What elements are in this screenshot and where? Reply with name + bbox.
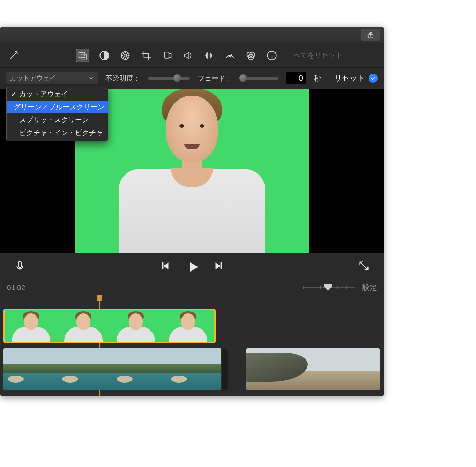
prev-button[interactable]	[159, 260, 171, 272]
volume-button[interactable]	[182, 50, 194, 61]
svg-rect-13	[162, 262, 163, 269]
timeline-header: 01:02 設定	[0, 279, 384, 296]
clip-thumbnail	[3, 348, 58, 390]
imovie-window: ˜べてをリセット カットアウェイ 不透明度： フェード： 0 秒 リセット	[0, 27, 384, 396]
share-icon	[367, 31, 374, 39]
microphone-icon	[14, 260, 26, 272]
opacity-slider[interactable]	[148, 77, 190, 80]
stabilization-button[interactable]	[161, 50, 173, 61]
fade-slider-knob[interactable]	[239, 74, 247, 82]
video-overlay-button[interactable]	[76, 49, 89, 62]
overlay-mode-option[interactable]: ✓カットアウェイ	[7, 88, 108, 101]
svg-rect-14	[221, 262, 222, 269]
fullscreen-button[interactable]	[358, 260, 370, 272]
clip-thumbnail	[112, 348, 167, 390]
overlay-controls-row: カットアウェイ 不透明度： フェード： 0 秒 リセット ✓カットアウェイグリー…	[0, 68, 384, 89]
clip-thumbnail	[58, 348, 112, 390]
noise-eq-button[interactable]	[203, 50, 215, 61]
fade-slider[interactable]	[240, 77, 278, 80]
timeline[interactable]	[0, 296, 384, 396]
fade-label: フェード：	[198, 74, 232, 83]
filters-button[interactable]	[245, 50, 257, 61]
next-button[interactable]	[213, 260, 224, 272]
clip-thumbnail	[57, 310, 110, 342]
overlay-mode-dropdown[interactable]: ✓カットアウェイグリーン／ブルースクリーンスプリットスクリーンピクチャ・イン・ピ…	[6, 86, 108, 141]
primary-clip[interactable]	[3, 348, 221, 390]
svg-rect-2	[81, 54, 87, 59]
playback-bar	[0, 253, 384, 279]
share-button[interactable]	[361, 29, 380, 41]
skip-back-icon	[159, 260, 171, 272]
info-button[interactable]	[266, 50, 278, 61]
svg-rect-1	[79, 52, 85, 57]
preview-subject	[108, 89, 276, 253]
color-correction-button[interactable]	[119, 50, 131, 61]
zoom-slider-knob[interactable]	[324, 284, 332, 291]
overlay-mode-option[interactable]: グリーン／ブルースクリーン	[7, 101, 108, 113]
clip-gap-handle[interactable]	[222, 348, 228, 390]
overlay-mode-option[interactable]: ピクチャ・イン・ピクチャ	[7, 126, 108, 139]
fade-value[interactable]: 0	[286, 72, 306, 84]
overlay-reset-label[interactable]: リセット	[334, 73, 365, 83]
overlay-mode-select[interactable]: カットアウェイ	[6, 72, 98, 84]
color-balance-button[interactable]	[98, 50, 110, 61]
chevron-down-icon	[88, 75, 94, 81]
overlay-mode-option-label: グリーン／ブルースクリーン	[14, 102, 104, 112]
play-button[interactable]	[186, 260, 198, 272]
magic-wand-button[interactable]	[8, 50, 20, 61]
play-icon	[186, 260, 200, 274]
overlay-mode-option-label: ピクチャ・イン・ピクチャ	[19, 128, 103, 138]
clip-thumbnail	[5, 310, 57, 342]
speed-button[interactable]	[224, 50, 236, 61]
svg-point-7	[229, 55, 231, 57]
check-icon: ✓	[11, 90, 16, 98]
clip-thumbnail	[167, 348, 221, 390]
timeline-settings-button[interactable]: 設定	[362, 283, 377, 292]
fade-unit: 秒	[314, 74, 321, 83]
overlay-clip[interactable]	[3, 309, 216, 343]
overlay-mode-option[interactable]: スプリットスクリーン	[7, 113, 108, 126]
check-icon	[370, 75, 376, 81]
overlay-mode-value: カットアウェイ	[10, 74, 56, 83]
svg-rect-12	[18, 261, 22, 267]
clip-thumbnail	[110, 310, 162, 342]
overlay-mode-option-label: スプリットスクリーン	[19, 115, 89, 125]
overlay-apply-button[interactable]	[369, 74, 378, 83]
svg-rect-6	[165, 52, 169, 58]
reset-all-label[interactable]: ˜べてをリセット	[291, 51, 342, 60]
zoom-slider[interactable]	[303, 286, 355, 289]
opacity-label: 不透明度：	[105, 74, 140, 83]
clip-thumbnail	[162, 310, 214, 342]
secondary-clip[interactable]	[246, 348, 380, 390]
expand-icon	[358, 260, 370, 272]
titlebar	[0, 27, 384, 43]
voiceover-button[interactable]	[14, 260, 26, 272]
adjustments-toolbar: ˜べてをリセット	[0, 43, 384, 68]
preview-frame	[75, 89, 309, 253]
timecode: 01:02	[7, 283, 25, 292]
skip-forward-icon	[213, 260, 224, 272]
crop-button[interactable]	[140, 50, 152, 61]
svg-point-5	[124, 54, 127, 57]
opacity-slider-knob[interactable]	[173, 74, 181, 82]
overlay-mode-option-label: カットアウェイ	[19, 89, 68, 99]
